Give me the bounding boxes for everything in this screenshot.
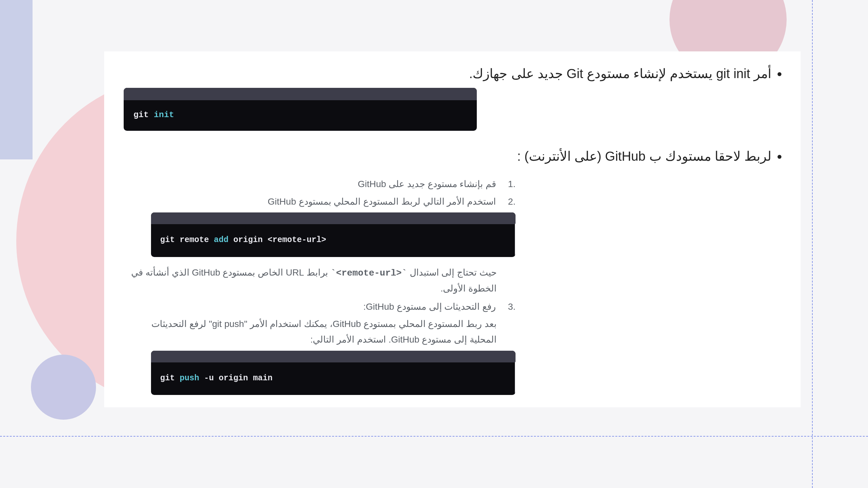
step-1-number: 1.	[501, 176, 516, 192]
code-token-remote-url: <remote-url>	[268, 235, 326, 245]
code-token-git: git	[160, 235, 175, 245]
step-2-number: 2.	[501, 194, 516, 209]
step-3-text: رفع التحديثات إلى مستودع GitHub:	[363, 301, 496, 312]
code-window-titlebar	[151, 213, 516, 224]
step-2-text: استخدم الأمر التالي لربط المستودع المحلي…	[268, 196, 496, 206]
code-content: git push -u origin main	[151, 362, 516, 395]
bullet-list-2: لربط لاحقا مستودك ب GitHub (على الأنترنت…	[117, 144, 787, 168]
step-1: 1. قم بإنشاء مستودع جديد على GitHub	[122, 176, 516, 192]
code-content: git remote add origin <remote-url>	[151, 224, 516, 257]
code-token-git: git	[160, 373, 175, 383]
code-token-add: add	[214, 235, 228, 245]
code-window-remote-add: git remote add origin <remote-url>	[151, 213, 516, 257]
code-token-push: push	[180, 373, 199, 383]
step-3-number: 3.	[501, 299, 516, 315]
code-token-git: git	[133, 110, 149, 120]
step-2-subtext-a: حيث تحتاج إلى استبدال	[407, 267, 497, 278]
code-window-git-push: git push -u origin main	[151, 351, 516, 395]
code-token-origin: origin	[234, 235, 262, 245]
code-token-remote: remote	[180, 235, 209, 245]
guide-line-horizontal	[0, 436, 868, 436]
code-content: git init	[124, 100, 477, 131]
bullet-2: لربط لاحقا مستودك ب GitHub (على الأنترنت…	[117, 144, 771, 168]
step-1-text: قم بإنشاء مستودع جديد على GitHub	[358, 179, 496, 189]
bullet-list: أمر git init يستخدم لإنشاء مستودع Git جد…	[117, 61, 787, 86]
code-token-main: main	[253, 373, 272, 383]
code-window-git-init: git init	[124, 88, 477, 131]
code-token-origin: origin	[219, 373, 248, 383]
step-3-subtext: بعد ربط المستودع المحلي بمستودع GitHub، …	[122, 316, 516, 347]
code-window-titlebar	[151, 351, 516, 362]
instructions-panel: 1. قم بإنشاء مستودع جديد على GitHub 2. ا…	[117, 170, 521, 407]
bullet-1: أمر git init يستخدم لإنشاء مستودع Git جد…	[117, 61, 771, 86]
slide-content: أمر git init يستخدم لإنشاء مستودع Git جد…	[104, 52, 801, 407]
bg-circle-small	[31, 355, 96, 420]
guide-line-vertical	[812, 0, 813, 488]
bg-square-left	[0, 0, 33, 159]
code-token-flag-u: -u	[204, 373, 214, 383]
step-2: 2. استخدم الأمر التالي لربط المستودع الم…	[122, 194, 516, 209]
code-window-titlebar	[124, 88, 477, 100]
code-token-init: init	[154, 110, 174, 120]
step-2-subtext: حيث تحتاج إلى استبدال `<remote-url>` برا…	[122, 265, 516, 296]
step-2-inline-code: `<remote-url>`	[331, 268, 407, 278]
step-3: 3. رفع التحديثات إلى مستودع GitHub:	[122, 299, 516, 315]
